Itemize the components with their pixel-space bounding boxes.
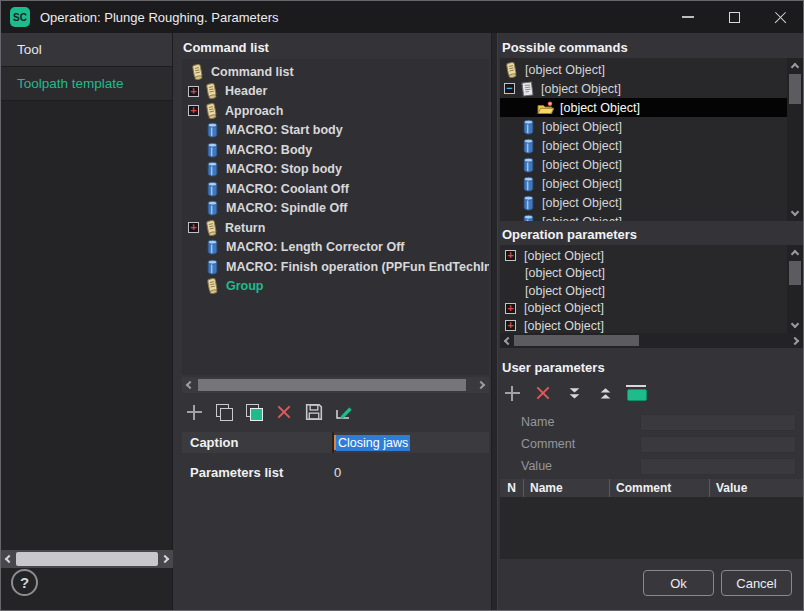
scroll-left-arrow[interactable] xyxy=(500,333,514,348)
comment-input[interactable] xyxy=(640,436,796,453)
possible-item-clamp[interactable]: [object Object] xyxy=(500,174,787,193)
possible-item-channel-group[interactable]: [object Object] xyxy=(500,136,787,155)
scroll-right-arrow[interactable] xyxy=(789,333,803,348)
column-header-name[interactable]: Name xyxy=(524,479,610,497)
new-folder-icon xyxy=(537,100,554,116)
caption-input[interactable]: Closing jaws xyxy=(334,432,489,453)
tree-item-macro-spindle-off[interactable]: MACRO: Spindle Off xyxy=(182,199,489,219)
expand-plus-icon[interactable] xyxy=(188,105,199,116)
ok-button[interactable]: Ok xyxy=(643,570,714,596)
possible-item-coolant-clipped[interactable]: [object Object] xyxy=(500,212,787,221)
add-command-button[interactable] xyxy=(182,400,206,424)
op-param-hurco[interactable]: [object Object] xyxy=(500,247,787,265)
collapse-minus-icon[interactable] xyxy=(504,83,515,94)
operation-parameters-vertical-scrollbar[interactable] xyxy=(787,245,803,333)
edit-button[interactable] xyxy=(332,400,356,424)
scroll-up-arrow[interactable] xyxy=(787,58,803,73)
move-up-button[interactable] xyxy=(593,381,617,405)
scroll-left-arrow[interactable] xyxy=(1,550,15,568)
scroll-down-arrow[interactable] xyxy=(787,206,803,221)
value-input[interactable] xyxy=(640,458,796,475)
sidebar-item-tool[interactable]: Tool xyxy=(1,33,172,67)
expand-plus-icon[interactable] xyxy=(505,320,516,331)
tree-item-group-selected[interactable]: Group xyxy=(182,277,489,297)
tree-item-approach[interactable]: Approach xyxy=(182,101,489,121)
possible-item-command-groups[interactable]: [object Object] xyxy=(500,79,787,98)
duplicate-group-button[interactable] xyxy=(242,400,266,424)
macro-cylinder-icon xyxy=(205,161,220,177)
op-param-group[interactable]: [object Object] xyxy=(500,300,787,318)
macro-cylinder-icon xyxy=(205,181,220,197)
column-header-value[interactable]: Value xyxy=(710,479,803,497)
close-icon xyxy=(774,11,787,24)
macro-cylinder-icon xyxy=(521,195,536,211)
possible-item-comment[interactable]: [object Object] xyxy=(500,193,787,212)
value-label: Value xyxy=(498,459,640,473)
help-button[interactable]: ? xyxy=(11,569,38,596)
tree-item-macro-length-corrector-off[interactable]: MACRO: Length Corrector Off xyxy=(182,238,489,258)
tree-item-macro-body[interactable]: MACRO: Body xyxy=(182,140,489,160)
scroll-right-arrow[interactable] xyxy=(159,550,173,568)
tree-item-return[interactable]: Return xyxy=(182,218,489,238)
add-parameter-button[interactable] xyxy=(500,381,524,405)
op-param-comment[interactable]: [object Object] xyxy=(500,265,787,283)
scrollbar-thumb[interactable] xyxy=(198,379,466,391)
comment-label: Comment xyxy=(498,437,640,451)
operation-parameters-horizontal-scrollbar[interactable] xyxy=(500,333,803,348)
expand-plus-icon[interactable] xyxy=(188,222,199,233)
close-button[interactable] xyxy=(757,1,803,33)
scrollbar-thumb[interactable] xyxy=(514,335,639,346)
tree-item-macro-finish-operation[interactable]: MACRO: Finish operation (PPFun EndTechIn… xyxy=(182,257,489,277)
tree-item-macro-start-body[interactable]: MACRO: Start body xyxy=(182,121,489,141)
macro-cylinder-icon xyxy=(205,142,220,158)
scrollbar-thumb[interactable] xyxy=(789,261,801,285)
scroll-left-arrow[interactable] xyxy=(182,377,196,393)
tree-item-header[interactable]: Header xyxy=(182,82,489,102)
expand-plus-icon[interactable] xyxy=(188,86,199,97)
copy-command-button[interactable] xyxy=(212,400,236,424)
sidebar-horizontal-scrollbar[interactable] xyxy=(1,550,173,568)
name-input[interactable] xyxy=(640,414,796,431)
possible-item-command-list[interactable]: [object Object] xyxy=(500,60,787,79)
panel-splitter[interactable] xyxy=(491,33,498,611)
command-list-horizontal-scrollbar[interactable] xyxy=(182,377,489,393)
delete-x-icon xyxy=(277,405,291,419)
delete-parameter-button[interactable] xyxy=(531,381,555,405)
column-header-n[interactable]: N xyxy=(500,479,524,497)
parameters-list-row[interactable]: Parameters list 0 xyxy=(182,462,489,482)
possible-item-empty-group-selected[interactable]: [object Object] xyxy=(500,98,787,117)
edit-pencil-icon xyxy=(335,403,353,421)
macro-cylinder-icon xyxy=(205,239,220,255)
op-param-group-value[interactable]: [object Object] xyxy=(500,282,787,300)
edit-parameter-button[interactable] xyxy=(624,381,648,405)
op-param-requirements[interactable]: [object Object] xyxy=(500,317,787,333)
command-list-title: Command list xyxy=(183,40,269,55)
tree-item-command-list[interactable]: Command list xyxy=(182,62,489,82)
move-down-button[interactable] xyxy=(562,381,586,405)
possible-item-circle[interactable]: [object Object] xyxy=(500,155,787,174)
scroll-icon xyxy=(204,83,219,99)
cancel-button[interactable]: Cancel xyxy=(721,570,792,596)
macro-cylinder-icon xyxy=(521,214,536,222)
delete-x-icon xyxy=(536,386,550,400)
scroll-down-arrow[interactable] xyxy=(787,318,803,333)
minimize-button[interactable] xyxy=(665,1,711,33)
possible-item-axesbrake[interactable]: [object Object] xyxy=(500,117,787,136)
column-header-comment[interactable]: Comment xyxy=(610,479,710,497)
scrollbar-thumb[interactable] xyxy=(16,552,158,566)
sidebar-item-toolpath-template[interactable]: Toolpath template xyxy=(1,67,172,101)
scroll-up-arrow[interactable] xyxy=(787,245,803,260)
scroll-right-arrow[interactable] xyxy=(475,377,489,393)
tree-item-macro-stop-body[interactable]: MACRO: Stop body xyxy=(182,160,489,180)
maximize-button[interactable] xyxy=(711,1,757,33)
expand-plus-icon[interactable] xyxy=(505,303,516,314)
save-button[interactable] xyxy=(302,400,326,424)
tree-item-macro-coolant-off[interactable]: MACRO: Coolant Off xyxy=(182,179,489,199)
expand-plus-icon[interactable] xyxy=(505,250,516,261)
scrollbar-thumb[interactable] xyxy=(789,74,801,104)
copy-icon xyxy=(216,404,233,421)
delete-command-button[interactable] xyxy=(272,400,296,424)
possible-commands-vertical-scrollbar[interactable] xyxy=(787,58,803,221)
right-section: Possible commands [object Object] [objec… xyxy=(498,33,804,611)
macro-cylinder-icon xyxy=(205,122,220,138)
